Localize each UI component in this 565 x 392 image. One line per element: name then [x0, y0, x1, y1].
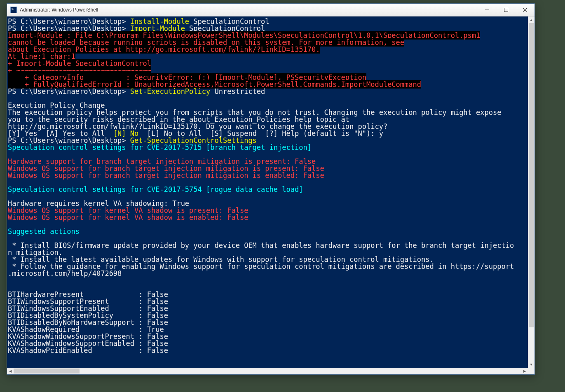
terminal-blank-line [8, 277, 527, 284]
titlebar[interactable]: Administrator: Windows PowerShell [7, 4, 535, 16]
terminal-line: about_Execution_Policies at http://go.mi… [8, 46, 527, 53]
powershell-window: Administrator: Windows PowerShell PS C:\… [7, 3, 535, 375]
terminal-line: Windows OS support for kernel VA shadow … [8, 214, 527, 221]
scroll-down-button[interactable]: ▼ [528, 361, 535, 368]
terminal-line: * Install BIOS/firmware update provided … [8, 242, 527, 249]
terminal-text-run: .microsoft.com/help/4072698 [8, 269, 122, 278]
terminal-line: Suggested actions [8, 228, 527, 235]
terminal-line: Speculation control settings for CVE-201… [8, 186, 527, 193]
terminal-line: Speculation control settings for CVE-201… [8, 144, 527, 151]
terminal-text-run: Set-ExecutionPolicy [130, 87, 215, 96]
svg-rect-1 [504, 8, 508, 12]
terminal-text-run: Unrestricted [215, 87, 265, 96]
scroll-left-button[interactable]: ◀ [7, 368, 14, 374]
scrollbar-corner [528, 368, 535, 374]
window-controls [478, 4, 535, 16]
terminal-line: PS C:\Users\winaero\Desktop> Set-Executi… [8, 88, 527, 95]
terminal-blank-line [8, 221, 527, 228]
horizontal-scroll-thumb[interactable] [14, 369, 80, 373]
horizontal-scrollbar[interactable]: ◀ ▶ [7, 368, 528, 374]
terminal-line: KVAShadowPcidEnabled : False [8, 347, 527, 354]
horizontal-scroll-track[interactable] [14, 368, 521, 374]
scroll-right-button[interactable]: ▶ [521, 368, 528, 374]
vertical-scroll-track[interactable] [528, 23, 535, 361]
terminal-text-run: Suggested actions [8, 227, 80, 236]
terminal-area: PS C:\Users\winaero\Desktop> Install-Mod… [7, 16, 535, 374]
vertical-scroll-thumb[interactable] [529, 23, 534, 327]
window-title: Administrator: Windows PowerShell [20, 7, 478, 13]
terminal-text-run: Speculation control settings for CVE-201… [8, 143, 312, 152]
terminal-line: Windows OS support for branch target inj… [8, 172, 527, 179]
powershell-icon [10, 7, 17, 13]
maximize-button[interactable] [497, 4, 516, 16]
terminal-text-run: * Install BIOS/firmware update provided … [8, 241, 514, 250]
vertical-scrollbar[interactable]: ▲ ▼ [528, 16, 535, 368]
terminal-text-run: PS C:\Users\winaero\Desktop> [8, 87, 130, 96]
terminal-text-run: Speculation control settings for CVE-201… [8, 185, 303, 194]
scroll-up-button[interactable]: ▲ [528, 16, 535, 23]
terminal-text-run: Windows OS support for kernel VA shadow … [8, 213, 248, 222]
terminal-text-run: KVAShadowPcidEnabled : False [8, 346, 168, 355]
terminal-output[interactable]: PS C:\Users\winaero\Desktop> Install-Mod… [7, 16, 528, 368]
terminal-text-run: Windows OS support for branch target inj… [8, 171, 324, 180]
close-button[interactable] [516, 4, 535, 16]
terminal-line: .microsoft.com/help/4072698 [8, 270, 527, 277]
minimize-button[interactable] [478, 4, 497, 16]
